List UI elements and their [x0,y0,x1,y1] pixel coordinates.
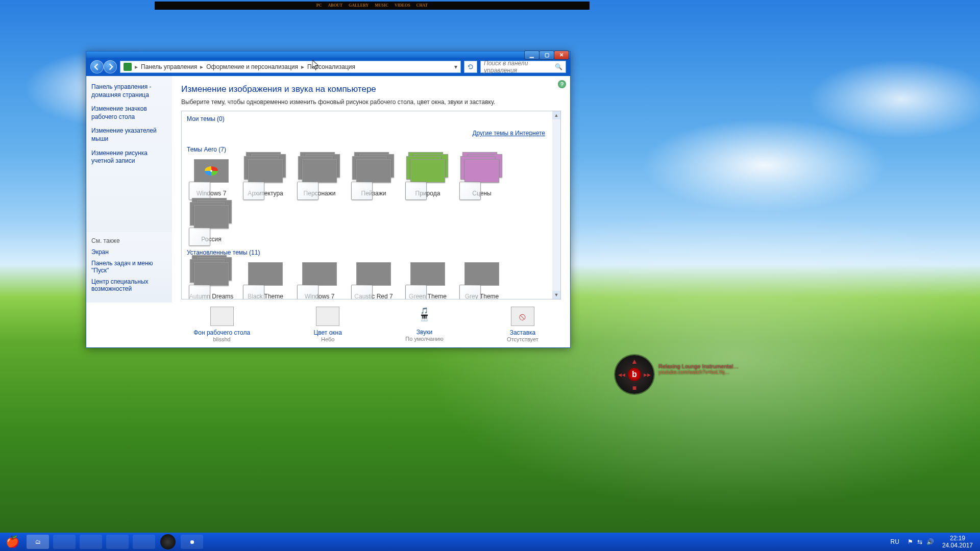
gadget-info: Relaxing Lounge Instrumental… youtube.co… [658,363,745,375]
title-bar[interactable]: ▁ ▢ ✕ [86,52,570,58]
topbar-item[interactable]: VIDEOS [395,4,410,8]
see-also-ease[interactable]: Центр специальных возможностей [91,278,167,292]
start-button[interactable]: 🍎 [4,534,20,550]
wallpaper-thumb-icon [210,307,234,326]
taskbar-button-app[interactable] [106,535,129,549]
see-also-header: См. также [91,237,167,244]
taskbar-button-app[interactable] [133,535,155,549]
online-themes-link[interactable]: Другие темы в Интернете [472,130,545,137]
see-also-taskbar[interactable]: Панель задач и меню "Пуск" [91,260,167,274]
taskbar-button-app[interactable] [80,535,102,549]
sidebar-link-account-picture[interactable]: Изменение рисунка учетной записи [91,149,167,165]
search-placeholder: Поиск в панели управления [484,60,555,74]
sidebar-link-desktop-icons[interactable]: Изменение значков рабочего стола [91,105,167,121]
desktop-background-button[interactable]: Фон рабочего стола blisshd [193,307,250,342]
language-indicator[interactable]: RU [891,538,899,545]
taskbar-button-explorer[interactable]: 🗂 [27,535,49,549]
tray-flag-icon[interactable]: ⚑ [908,538,913,545]
main-pane: ? Изменение изображения и звука на компь… [172,76,570,303]
topbar-item[interactable]: CHAT [416,4,428,8]
tray-network-icon[interactable]: ⇆ [917,538,922,545]
theme-autumn-dreams[interactable]: Autumn Dreams [187,260,236,299]
media-gadget[interactable]: ▲ ■ ◂◂ ▸▸ b [615,355,654,394]
scroll-up-button[interactable]: ▲ [552,111,560,119]
search-icon: 🔍 [555,63,562,70]
theme-russia[interactable]: Россия [187,203,236,243]
gadget-prev-icon[interactable]: ◂◂ [618,370,625,379]
sounds-icon: 🎵🎹 [413,307,436,325]
chevron-right-icon: ▸ [200,63,203,70]
breadcrumb-item[interactable]: Персонализация [307,63,355,70]
chevron-right-icon: ▸ [301,63,304,70]
forward-button[interactable] [104,60,117,73]
topbar-item[interactable]: MUSIC [375,4,388,8]
sounds-button[interactable]: 🎵🎹 Звуки По умолчанию [405,307,443,342]
taskbar-button-app[interactable] [53,535,76,549]
screensaver-none-icon [511,307,534,326]
gadget-next-icon[interactable]: ▸▸ [644,370,651,379]
tray-clock[interactable]: 22:1924.04.2017 [942,535,973,549]
refresh-icon [468,64,474,70]
gadget-play-icon[interactable]: b [628,368,641,381]
group-my-themes[interactable]: Мои темы (0) [187,115,554,122]
topbar-item[interactable]: ABOUT [328,4,342,8]
theme-green[interactable]: Green Theme [403,260,452,299]
chevron-down-icon[interactable]: ▾ [454,63,457,70]
theme-black[interactable]: Black Theme [241,260,290,299]
themes-listbox: ▲ ▼ Мои темы (0) Другие темы в Интернете… [181,111,561,299]
theme-scenes[interactable]: Сцены [457,157,506,197]
personalization-window: ▁ ▢ ✕ ▸ Панель управления ▸ Оформление и… [86,51,571,348]
theme-nature[interactable]: Природа [403,157,452,197]
page-subtitle: Выберите тему, чтобы одновременно измени… [181,98,561,106]
sidebar-link-pointers[interactable]: Изменение указателей мыши [91,127,167,143]
topbar-item[interactable]: GALLERY [349,4,369,8]
see-also-display[interactable]: Экран [91,248,167,256]
breadcrumb[interactable]: ▸ Панель управления ▸ Оформление и персо… [120,61,461,73]
window-color-button[interactable]: Цвет окна Небо [313,307,341,342]
scrollbar[interactable]: ▲ ▼ [552,111,560,299]
breadcrumb-item[interactable]: Оформление и персонализация [206,63,298,70]
minimize-button[interactable]: ▁ [524,51,540,60]
taskbar[interactable]: 🍎 🗂 ⏺ RU ⚑ ⇆ 🔊 22:1924.04.2017 [0,533,980,551]
sidebar-see-also: См. также Экран Панель задач и меню "Пус… [86,232,172,302]
group-installed[interactable]: Установленные темы (11) [187,249,554,256]
color-thumb-icon [316,307,339,326]
gadget-track-url: youtube.com/watch?v=koLYq… [658,369,745,375]
back-button[interactable] [90,60,104,73]
breadcrumb-item[interactable]: Панель управления [141,63,197,70]
theme-grey[interactable]: Grey Theme [457,260,506,299]
screensaver-button[interactable]: Заставка Отсутствует [507,307,538,342]
taskbar-orb-icon[interactable] [160,534,176,549]
arrow-right-icon [107,63,114,70]
theme-windows7[interactable]: Windows 7 [187,157,236,197]
theme-characters[interactable]: Персонажи [295,157,344,197]
gadget-stop-icon[interactable]: ■ [632,384,636,392]
close-button[interactable]: ✕ [554,51,569,60]
gadget-up-icon[interactable]: ▲ [631,357,638,365]
search-box[interactable]: Поиск в панели управления 🔍 [480,61,566,73]
page-title: Изменение изображения и звука на компьют… [181,84,561,94]
theme-architecture[interactable]: Архитектура [241,157,290,197]
theme-landscapes[interactable]: Пейзажи [349,157,398,197]
control-panel-icon [124,63,132,71]
arrow-left-icon [93,63,101,70]
scrollbar-track[interactable] [552,119,560,291]
theme-caustic-red[interactable]: Caustic Red 7 [349,260,398,299]
sidebar-link-home[interactable]: Панель управления - домашняя страница [91,83,167,99]
chevron-right-icon: ▸ [135,63,138,70]
gadget-track-title: Relaxing Lounge Instrumental… [658,363,745,369]
taskbar-button-recorder[interactable]: ⏺ [181,535,203,549]
tray-volume-icon[interactable]: 🔊 [926,538,934,545]
maximize-button[interactable]: ▢ [539,51,554,60]
theme-components-row: Фон рабочего стола blisshd Цвет окна Неб… [162,296,570,347]
top-menu-bar: PC ABOUT GALLERY MUSIC VIDEOS CHAT [155,2,590,10]
theme-windows7-b[interactable]: Windows 7 [295,260,344,299]
help-icon[interactable]: ? [558,80,566,88]
refresh-button[interactable] [464,61,477,73]
topbar-item[interactable]: PC [316,4,322,8]
